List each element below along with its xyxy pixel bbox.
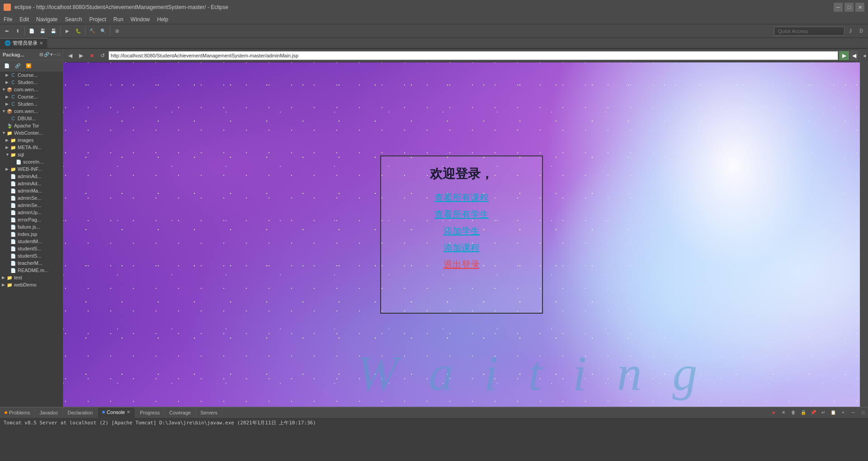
go-button[interactable]: ▶ <box>839 51 849 60</box>
editor-tab-admin[interactable]: 🌐 管理员登录 ✕ <box>0 38 48 48</box>
stop-button[interactable]: ■ <box>87 51 97 61</box>
tree-readme[interactable]: 📄 README.m... <box>0 267 63 274</box>
toolbar-debug[interactable]: 🐛 <box>73 26 83 36</box>
console-close[interactable]: ✕ <box>127 409 130 414</box>
tab-close-icon[interactable]: ✕ <box>39 41 43 46</box>
tree-studentm[interactable]: 📄 studentM... <box>0 238 63 245</box>
tab-problems[interactable]: Problems <box>0 408 35 418</box>
console-clear[interactable]: 🗑 <box>788 408 798 418</box>
maximize-button[interactable]: □ <box>844 3 854 12</box>
tree-student2[interactable]: ▶ C Studen... <box>0 100 63 108</box>
menu-search[interactable]: Search <box>61 14 85 24</box>
tree-scorein[interactable]: 📄 scoreIn... <box>0 158 63 165</box>
tab-servers[interactable]: Servers <box>196 408 222 418</box>
tree-adminad1[interactable]: 📄 adminAd... <box>0 173 63 180</box>
tree-webinf[interactable]: ▶ 📁 WEB-INF... <box>0 165 63 173</box>
refresh-button[interactable]: ↺ <box>98 51 108 61</box>
tree-label: com.wen... <box>14 108 38 114</box>
toolbar-btn-2[interactable]: ⬆ <box>13 26 23 36</box>
console-terminate[interactable]: ■ <box>769 408 778 418</box>
toolbar-new[interactable]: 📄 <box>27 26 37 36</box>
tab-coverage[interactable]: Coverage <box>165 408 196 418</box>
tree-webcontent[interactable]: ▼ 📁 WebConter... <box>0 129 63 136</box>
url-input[interactable] <box>108 51 838 60</box>
minimize-button[interactable]: ─ <box>834 3 843 12</box>
console-scroll-lock[interactable]: 🔒 <box>798 408 808 418</box>
toolbar-search[interactable]: 🔍 <box>98 26 108 36</box>
console-pin[interactable]: 📌 <box>808 408 818 418</box>
view-students-link[interactable]: 查看所有学生 <box>434 208 489 221</box>
menu-help[interactable]: Help <box>154 14 172 24</box>
tree-adminup[interactable]: 📄 adminUp... <box>0 209 63 216</box>
tree-adminad2[interactable]: 📄 adminAd... <box>0 180 63 187</box>
toolbar-btn-1[interactable]: ⬅ <box>2 26 12 36</box>
side-btn[interactable]: ◀ <box>850 51 858 61</box>
console-new[interactable]: + <box>838 408 848 418</box>
link-btn[interactable]: 🔗 <box>13 61 23 71</box>
close-button[interactable]: ✕ <box>855 3 864 12</box>
tab-javadoc[interactable]: Javadoc <box>35 408 63 418</box>
tree-adminse1[interactable]: 📄 adminSe... <box>0 194 63 202</box>
quick-access-input[interactable] <box>774 27 844 36</box>
toolbar-run[interactable]: ▶ <box>62 26 72 36</box>
toolbar-persp-debug[interactable]: D <box>856 26 866 36</box>
tree-failure[interactable]: 📄 failure.js... <box>0 223 63 230</box>
tree-comwen1[interactable]: ▼ 📦 com.wen... <box>0 86 63 93</box>
menu-navigate[interactable]: Navigate <box>33 14 61 24</box>
tree-course[interactable]: ▶ C Course... <box>0 71 63 79</box>
tree-course2[interactable]: ▶ C Course... <box>0 93 63 100</box>
tree-comwen2[interactable]: ▼ 📦 com.wen... <box>0 108 63 115</box>
menu-edit[interactable]: Edit <box>16 14 33 24</box>
tree-errorpage[interactable]: 📄 errorPag... <box>0 216 63 223</box>
back-button[interactable]: ◀ <box>65 51 75 61</box>
file-icon: 📄 <box>10 253 16 259</box>
tab-declaration[interactable]: Declaration <box>63 408 98 418</box>
view-minimize[interactable]: ─ <box>848 408 858 418</box>
filter-btn[interactable]: 🔽 <box>24 61 33 71</box>
toolbar-persp-java[interactable]: J <box>845 26 855 36</box>
toolbar-build[interactable]: 🔨 <box>87 26 97 36</box>
tree-students1[interactable]: 📄 studentS... <box>0 245 63 252</box>
menu-window[interactable]: Window <box>127 14 154 24</box>
forward-button[interactable]: ▶ <box>76 51 86 61</box>
tree-label: adminAd... <box>18 181 42 186</box>
menu-project[interactable]: Project <box>85 14 109 24</box>
right-strip-btn[interactable]: ◀ <box>859 51 868 61</box>
tree-webdemo[interactable]: ▶ 📁 webDemo <box>0 281 63 288</box>
view-courses-link[interactable]: 查看所有课程 <box>434 192 489 204</box>
tab-progress[interactable]: Progress <box>135 408 165 418</box>
tree-dbutil[interactable]: C DBUtil... <box>0 115 63 122</box>
editor-tab-bar: 🌐 管理员登录 ✕ <box>0 38 868 49</box>
tree-index[interactable]: 📄 index.jsp <box>0 230 63 238</box>
toolbar-persp[interactable]: ⊞ <box>112 26 122 36</box>
tab-console[interactable]: Console ✕ <box>98 408 135 418</box>
tree-sql[interactable]: ▼ 📁 sql <box>0 151 63 158</box>
tree-apache[interactable]: 🍃 Apache Tor <box>0 122 63 129</box>
sidebar-header: Packag... ⊟ 🔗 ▾ ─ □ <box>0 49 63 61</box>
toolbar-save[interactable]: 💾 <box>38 26 47 36</box>
console-remove[interactable]: ✕ <box>778 408 788 418</box>
view-menu-icon[interactable]: ▾ <box>50 52 52 57</box>
tree-students2[interactable]: 📄 studentS... <box>0 252 63 259</box>
toolbar-save-all[interactable]: 💾 <box>48 26 58 36</box>
collapse-all-icon[interactable]: ⊟ <box>39 52 43 57</box>
tree-adminse2[interactable]: 📄 adminSe... <box>0 202 63 209</box>
menu-run[interactable]: Run <box>110 14 127 24</box>
console-copy[interactable]: 📋 <box>828 408 838 418</box>
menu-file[interactable]: File <box>0 14 16 24</box>
tree-images[interactable]: ▶ 📁 images <box>0 136 63 144</box>
view-maximize[interactable]: □ <box>858 408 868 418</box>
maximize-view-icon[interactable]: □ <box>57 52 60 57</box>
add-student-link[interactable]: 添加学生 <box>443 225 480 237</box>
console-word-wrap[interactable]: ↵ <box>818 408 828 418</box>
link-editor-icon[interactable]: 🔗 <box>44 52 49 57</box>
tree-adminma[interactable]: 📄 adminMa... <box>0 187 63 194</box>
tree-test[interactable]: ▶ 📁 test <box>0 274 63 281</box>
tree-teacherm[interactable]: 📄 teacherM... <box>0 259 63 267</box>
tree-student1[interactable]: ▶ C Studen... <box>0 79 63 86</box>
new-btn[interactable]: 📄 <box>2 61 12 71</box>
minimize-view-icon[interactable]: ─ <box>53 52 57 57</box>
tree-metainf[interactable]: ▶ 📁 META-IN... <box>0 144 63 151</box>
add-course-link[interactable]: 添加课程 <box>443 242 480 254</box>
logout-link[interactable]: 退出登录 <box>443 259 480 271</box>
